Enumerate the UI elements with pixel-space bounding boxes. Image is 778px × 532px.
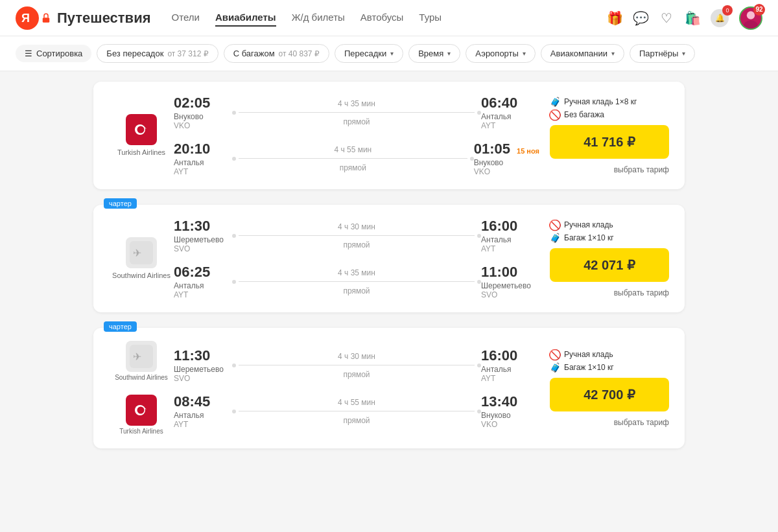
lock-icon xyxy=(40,12,52,24)
arrive-info-2-2: 11:00 Шереметьево SVO xyxy=(481,264,539,299)
duration-2-1: 4 ч 30 мин xyxy=(232,222,481,231)
depart-city-1-2: Анталья xyxy=(174,158,232,167)
flight-card-2: чартер ✈ Southwind Airlines 11:30 Ше xyxy=(93,205,685,312)
select-fare-button-1[interactable]: 41 716 ₽ xyxy=(550,125,669,159)
flights-col-3: 11:30 Шереметьево SVO 4 ч 30 мин прямой xyxy=(174,347,539,429)
partners-filter[interactable]: Партнёры ▾ xyxy=(630,44,695,63)
bag-icon[interactable]: 🛍️ xyxy=(685,10,700,26)
transfers-label: Пересадки xyxy=(344,49,386,58)
direct-3-2: прямой xyxy=(232,416,481,425)
notification-button[interactable]: 🔔 0 xyxy=(711,9,729,27)
no-transfer-price: от 37 312 ₽ xyxy=(167,49,208,58)
arrive-code-3-2: VKO xyxy=(481,420,539,429)
nav-hotels[interactable]: Отели xyxy=(172,9,200,27)
airlines-filter[interactable]: Авиакомпании ▾ xyxy=(541,44,624,63)
nav-tours[interactable]: Туры xyxy=(419,9,442,27)
transfers-filter[interactable]: Пересадки ▾ xyxy=(335,44,403,63)
baggage-filter[interactable]: С багажом от 40 837 ₽ xyxy=(224,44,329,63)
depart-code-3-2: AYT xyxy=(174,420,232,429)
depart-city-1-1: Внуково xyxy=(174,112,232,121)
charter-badge-3: чартер xyxy=(104,321,137,332)
airlines-label: Авиакомпании xyxy=(550,49,607,58)
dot-left-3-1 xyxy=(232,364,236,367)
avatar-count: 92 xyxy=(753,4,765,16)
baggage-checked-1: 🚫 Без багажа xyxy=(550,110,669,120)
flights-col-1: 02:05 Внуково VKO 4 ч 35 мин прямой xyxy=(174,95,539,176)
baggage-price: от 40 837 ₽ xyxy=(279,49,320,58)
dot-left-3-2 xyxy=(232,410,236,413)
carry-on-label-1: Ручная кладь 1×8 кг xyxy=(564,97,637,106)
turkish-airlines-logo-3 xyxy=(126,395,157,426)
arrive-time-2-2: 11:00 xyxy=(481,264,539,281)
arrive-info-1-1: 06:40 Анталья AYT xyxy=(481,95,539,130)
no-transfer-filter[interactable]: Без пересадок от 37 312 ₽ xyxy=(97,44,218,63)
segment-2-2: 06:25 Анталья AYT 4 ч 35 мин прямой xyxy=(174,264,539,299)
time-filter[interactable]: Время ▾ xyxy=(408,44,460,63)
baggage-checked-3: 🧳 Багаж 1×10 кг xyxy=(550,362,669,373)
logo[interactable]: Я Путешествия xyxy=(16,6,151,30)
price-col-1: 🧳 Ручная кладь 1×8 кг 🚫 Без багажа 41 71… xyxy=(539,97,669,174)
arrive-info-1-2: 01:05 15 ноя Внуково VKO xyxy=(474,141,539,176)
airline-col-3: ✈ Southwind Airlines xyxy=(109,341,174,435)
depart-code-1-1: VKO xyxy=(174,121,232,130)
sort-icon: ☰ xyxy=(25,49,32,58)
airline-name-1: Turkish Airlines xyxy=(117,148,165,157)
flight-card-3: чартер ✈ Southwind Airlines xyxy=(93,328,685,448)
duration-info-1-2: 4 ч 55 мин прямой xyxy=(232,145,474,172)
duration-1-2: 4 ч 55 мин xyxy=(232,145,474,154)
depart-info-3-2: 08:45 Анталья AYT xyxy=(174,393,232,429)
baggage-carry-2: 🚫 Ручная кладь xyxy=(550,220,669,230)
baggage-carry-1: 🧳 Ручная кладь 1×8 кг xyxy=(550,97,669,107)
airports-filter[interactable]: Аэропорты ▾ xyxy=(466,44,536,63)
airlines-chevron: ▾ xyxy=(611,50,615,57)
line-1-2 xyxy=(239,158,467,159)
carry-on-icon-1: 🧳 xyxy=(550,97,560,107)
duration-3-1: 4 ч 30 мин xyxy=(232,352,481,361)
depart-city-2-1: Шереметьево xyxy=(174,235,232,244)
depart-info-2-2: 06:25 Анталья AYT xyxy=(174,264,232,299)
checked-bag-label-3: Багаж 1×10 кг xyxy=(564,363,614,372)
southwind-airlines-logo-3: ✈ xyxy=(126,341,157,372)
nav-flights[interactable]: Авиабилеты xyxy=(215,9,276,27)
arrive-code-1-2: VKO xyxy=(474,167,539,176)
avatar-wrapper[interactable]: 92 xyxy=(739,6,762,30)
depart-city-3-1: Шереметьево xyxy=(174,365,232,374)
arrive-city-1-2: Внуково xyxy=(474,158,539,167)
heart-icon[interactable]: ♡ xyxy=(659,10,674,26)
dot-left-1-2 xyxy=(232,157,236,161)
segment-2-1: 11:30 Шереметьево SVO 4 ч 30 мин прямой xyxy=(174,218,539,253)
depart-code-2-2: AYT xyxy=(174,290,232,299)
sort-button[interactable]: ☰ Сортировка xyxy=(16,45,91,62)
duration-info-2-1: 4 ч 30 мин прямой xyxy=(232,222,481,249)
transfers-chevron: ▾ xyxy=(390,50,394,57)
arrive-time-1-1: 06:40 xyxy=(481,95,539,111)
arrive-time-1-2: 01:05 15 ноя xyxy=(474,141,539,157)
flight-row-3: ✈ Southwind Airlines xyxy=(109,341,669,435)
airports-chevron: ▾ xyxy=(523,50,526,57)
nav-train[interactable]: Ж/д билеты xyxy=(292,9,345,27)
line-3-2 xyxy=(239,411,475,411)
depart-info-1-1: 02:05 Внуково VKO xyxy=(174,95,232,130)
select-fare-button-2[interactable]: 42 071 ₽ xyxy=(550,248,669,282)
checked-bag-label-1: Без багажа xyxy=(564,110,604,119)
gift-icon[interactable]: 🎁 xyxy=(607,10,622,26)
nav-bus[interactable]: Автобусы xyxy=(360,9,404,27)
line-2-2 xyxy=(239,281,475,282)
chat-icon[interactable]: 💬 xyxy=(633,10,648,26)
arrive-time-2-1: 16:00 xyxy=(481,218,539,235)
price-action-label-3: выбрать тариф xyxy=(614,418,669,427)
select-fare-button-3[interactable]: 42 700 ₽ xyxy=(550,378,669,411)
price-col-2: 🚫 Ручная кладь 🧳 Багаж 1×10 кг 42 071 ₽ … xyxy=(539,220,669,297)
airline-col-2: ✈ Southwind Airlines xyxy=(109,237,174,280)
arrive-info-3-1: 16:00 Анталья AYT xyxy=(481,347,539,383)
flights-list: Turkish Airlines 02:05 Внуково VKO 4 ч 3… xyxy=(78,71,700,459)
sort-label: Сортировка xyxy=(36,49,82,58)
svg-text:Я: Я xyxy=(21,12,30,25)
direct-3-1: прямой xyxy=(232,370,481,379)
arrive-city-3-1: Анталья xyxy=(481,365,539,374)
route-line-2-1 xyxy=(232,234,481,238)
depart-code-1-2: AYT xyxy=(174,167,232,176)
carry-on-label-3: Ручная кладь xyxy=(564,350,613,359)
depart-info-2-1: 11:30 Шереметьево SVO xyxy=(174,218,232,253)
main-nav: Отели Авиабилеты Ж/д билеты Автобусы Тур… xyxy=(172,9,607,27)
